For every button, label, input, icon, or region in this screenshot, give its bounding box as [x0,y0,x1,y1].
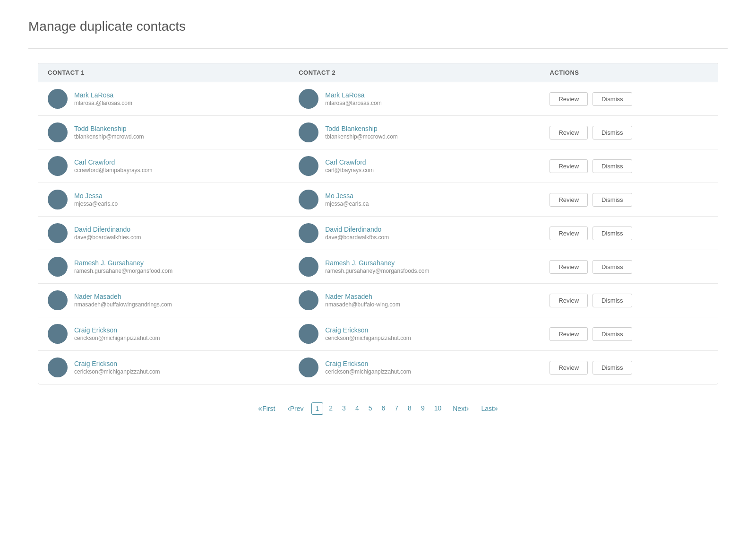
contact1-email: ccrawford@tampabayrays.com [74,167,153,174]
chevron-right-icon: › [466,404,469,413]
table-row: Nader Masadeh nmasadeh@buffalowingsandri… [38,284,718,317]
page-number-8[interactable]: 8 [404,402,415,415]
page-number-9[interactable]: 9 [417,402,429,415]
contact1-info: Nader Masadeh nmasadeh@buffalowingsandri… [74,293,172,308]
dismiss-button[interactable]: Dismiss [593,193,632,207]
contact1-name: Todd Blankenship [74,125,144,132]
contact2-cell: Mark LaRosa mlarosa@larosas.com [299,89,550,109]
actions-cell: Review Dismiss [550,193,708,207]
dismiss-button[interactable]: Dismiss [593,159,632,173]
contact2-name: Nader Masadeh [325,293,400,300]
contact2-cell: Carl Crawford carl@tbayrays.com [299,156,550,176]
actions-cell: Review Dismiss [550,361,708,375]
contact1-cell: Ramesh J. Gursahaney ramesh.gursahane@mo… [48,257,299,277]
contact1-name: Nader Masadeh [74,293,172,300]
avatar [299,290,318,310]
dismiss-button[interactable]: Dismiss [593,327,632,341]
table-row: Mo Jessa mjessa@earls.co Mo Jessa mjessa… [38,183,718,217]
review-button[interactable]: Review [550,193,588,207]
review-button[interactable]: Review [550,159,588,173]
review-button[interactable]: Review [550,92,588,106]
prev-label: Prev [290,405,304,412]
dismiss-button[interactable]: Dismiss [593,92,632,106]
review-button[interactable]: Review [550,294,588,307]
dismiss-button[interactable]: Dismiss [593,361,632,375]
avatar [299,190,318,209]
review-button[interactable]: Review [550,361,588,375]
page-title: Manage duplicate contacts [28,19,728,34]
contact1-name: David Diferdinando [74,226,141,233]
table-row: Todd Blankenship tblankenship@mcrowd.com… [38,116,718,149]
dismiss-button[interactable]: Dismiss [593,227,632,240]
review-button[interactable]: Review [550,327,588,341]
avatar [299,89,318,109]
contact1-info: Craig Erickson cerickson@michiganpizzahu… [74,326,160,341]
review-button[interactable]: Review [550,126,588,140]
page-number-1[interactable]: 1 [311,402,324,415]
pagination: « First ‹ Prev 12345678910 Next › Last » [28,401,728,416]
contact2-email: cerickson@michiganpizzahut.com [325,368,411,375]
dismiss-button[interactable]: Dismiss [593,126,632,140]
dismiss-button[interactable]: Dismiss [593,294,632,307]
page-number-5[interactable]: 5 [365,402,376,415]
contact1-email: cerickson@michiganpizzahut.com [74,368,160,375]
contact1-cell: Mo Jessa mjessa@earls.co [48,190,299,209]
avatar [299,257,318,277]
contact1-name: Craig Erickson [74,360,160,367]
avatar [299,357,318,377]
table-row: Mark LaRosa mlarosa.@larosas.com Mark La… [38,82,718,116]
pagination-last[interactable]: Last » [476,401,502,416]
avatar [299,324,318,344]
last-label: Last [481,405,493,412]
contact2-email: mlarosa@larosas.com [325,100,382,106]
contact2-name: Mo Jessa [325,192,369,200]
contact2-email: ramesh.gursahaney@morgansfoods.com [325,268,429,274]
header-contact2: CONTACT 2 [299,69,550,76]
contact1-info: Carl Crawford ccrawford@tampabayrays.com [74,158,153,174]
first-label: First [262,405,275,412]
contact2-email: mjessa@earls.ca [325,201,369,207]
page-number-3[interactable]: 3 [338,402,350,415]
contact1-cell: Craig Erickson cerickson@michiganpizzahu… [48,357,299,377]
avatar [48,156,68,176]
contact2-name: Carl Crawford [325,158,374,166]
contact1-cell: David Diferdinando dave@boardwalkfries.c… [48,223,299,243]
contact2-info: Mo Jessa mjessa@earls.ca [325,192,369,207]
header-contact1: CONTACT 1 [48,69,299,76]
actions-cell: Review Dismiss [550,227,708,240]
table-body: Mark LaRosa mlarosa.@larosas.com Mark La… [38,82,718,384]
contact1-email: dave@boardwalkfries.com [74,234,141,241]
page-number-6[interactable]: 6 [378,402,389,415]
contact1-email: tblankenship@mcrowd.com [74,133,144,140]
actions-cell: Review Dismiss [550,92,708,106]
contact2-info: Craig Erickson cerickson@michiganpizzahu… [325,360,411,375]
review-button[interactable]: Review [550,227,588,240]
dismiss-button[interactable]: Dismiss [593,260,632,274]
avatar [48,324,68,344]
contact2-info: Ramesh J. Gursahaney ramesh.gursahaney@m… [325,259,429,274]
page-number-7[interactable]: 7 [391,402,402,415]
contact1-email: mjessa@earls.co [74,201,118,207]
page-number-4[interactable]: 4 [352,402,363,415]
contact2-cell: Nader Masadeh nmasadeh@buffalo-wing.com [299,290,550,310]
avatar [48,122,68,142]
double-chevron-right-icon: » [494,404,498,413]
page-number-10[interactable]: 10 [430,402,446,415]
contact1-email: mlarosa.@larosas.com [74,100,132,106]
pagination-next[interactable]: Next › [448,401,473,416]
contact1-cell: Todd Blankenship tblankenship@mcrowd.com [48,122,299,142]
pagination-prev[interactable]: ‹ Prev [283,401,308,416]
contact2-name: Ramesh J. Gursahaney [325,259,429,267]
header-actions: ACTIONS [550,69,708,76]
actions-cell: Review Dismiss [550,126,708,140]
avatar [48,290,68,310]
contact2-name: Craig Erickson [325,360,411,367]
page-number-2[interactable]: 2 [325,402,336,415]
contact1-info: Ramesh J. Gursahaney ramesh.gursahane@mo… [74,259,172,274]
review-button[interactable]: Review [550,260,588,274]
avatar [48,257,68,277]
contact1-cell: Carl Crawford ccrawford@tampabayrays.com [48,156,299,176]
pagination-first[interactable]: « First [253,401,280,416]
avatar [299,122,318,142]
contact1-name: Mo Jessa [74,192,118,200]
